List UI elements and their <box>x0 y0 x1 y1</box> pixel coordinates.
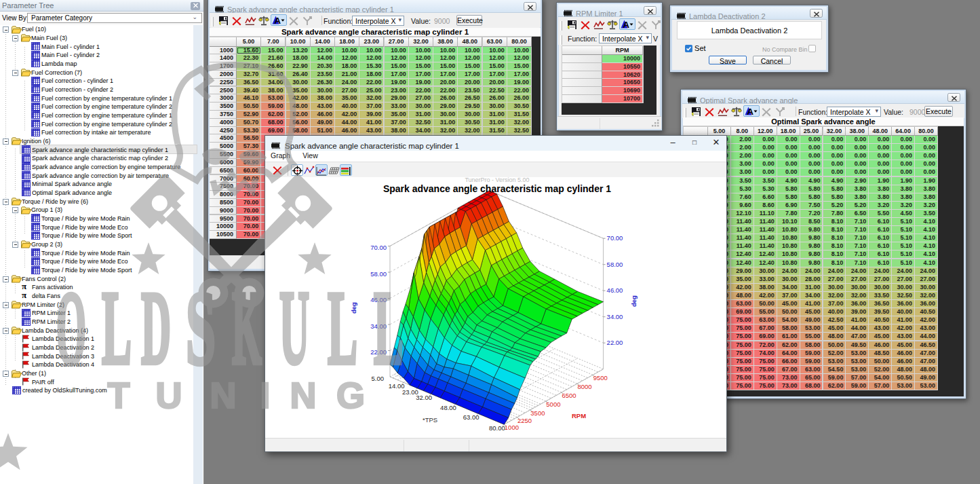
svg-text:3500: 3500 <box>530 409 545 417</box>
svg-text:46.00: 46.00 <box>370 296 387 303</box>
svg-text:32.00: 32.00 <box>416 394 432 401</box>
svg-text:deg: deg <box>350 302 357 314</box>
svg-text:34.00: 34.00 <box>370 322 387 330</box>
svg-text:6500: 6500 <box>562 392 576 399</box>
svg-text:22.00: 22.00 <box>607 339 623 346</box>
svg-text:A: A <box>747 107 753 116</box>
svg-text:RPM: RPM <box>572 412 586 420</box>
svg-text:34.00: 34.00 <box>607 313 623 320</box>
svg-text:58.00: 58.00 <box>370 270 387 278</box>
svg-text:K: K <box>232 269 262 386</box>
svg-text:5.00: 5.00 <box>372 375 385 382</box>
svg-text:80.00: 80.00 <box>489 424 505 432</box>
svg-text:63.00: 63.00 <box>463 413 479 421</box>
svg-text:5000: 5000 <box>546 401 560 408</box>
svg-text:46.00: 46.00 <box>607 286 623 294</box>
svg-text:48.00: 48.00 <box>440 404 456 411</box>
svg-text:TunerPro - Version 5.00: TunerPro - Version 5.00 <box>465 176 529 183</box>
svg-text:8000: 8000 <box>578 383 592 390</box>
svg-text:N: N <box>210 375 237 415</box>
svg-text:58.00: 58.00 <box>607 261 623 268</box>
svg-text:22.00: 22.00 <box>370 348 387 356</box>
svg-text:2250: 2250 <box>517 417 532 424</box>
svg-text:70.00: 70.00 <box>370 244 387 251</box>
svg-text:A: A <box>274 16 281 25</box>
svg-text:70.00: 70.00 <box>607 234 623 242</box>
svg-text:deg: deg <box>630 295 638 307</box>
svg-text:Spark advance angle characteri: Spark advance angle characteristic map c… <box>383 183 611 194</box>
svg-text:*TPS: *TPS <box>423 416 437 424</box>
svg-text:A: A <box>623 20 629 29</box>
svg-text:1000: 1000 <box>505 424 519 431</box>
svg-text:9500: 9500 <box>593 374 608 381</box>
